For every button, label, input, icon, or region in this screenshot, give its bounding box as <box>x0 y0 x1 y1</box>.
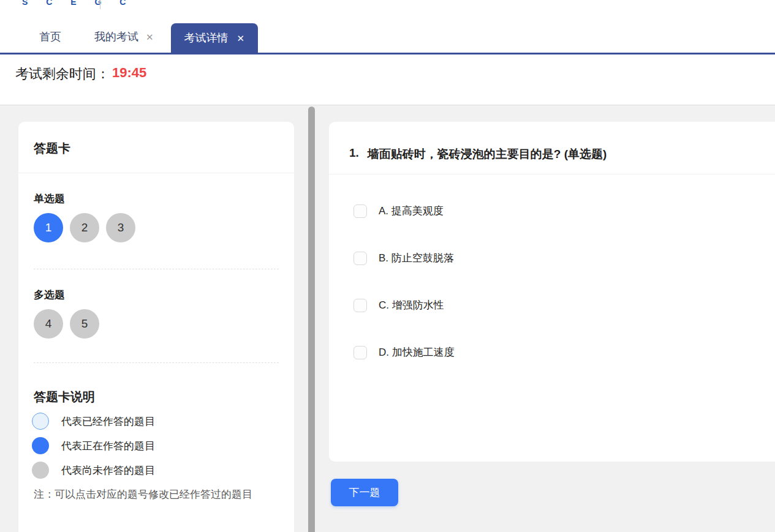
question-panel: 1. 墙面贴砖时，瓷砖浸泡的主要目的是? (单选题) A. 提高美观度 B. 防… <box>329 122 775 462</box>
tab-home-label: 首页 <box>39 29 61 44</box>
legend-note: 注：可以点击对应的题号修改已经作答过的题目 <box>34 486 279 503</box>
header: S C E G C 首页 我的考试 ✕ 考试详情 ✕ <box>0 0 775 54</box>
option-a-label: A. 提高美观度 <box>379 204 444 218</box>
logo-divider <box>100 0 100 9</box>
legend-label: 代表尚未作答的题目 <box>61 463 155 478</box>
tab-exam-detail-label: 考试详情 <box>184 31 229 45</box>
tab-home[interactable]: 首页 <box>39 29 61 53</box>
answer-card-panel: 答题卡 单选题 1 2 3 多选题 4 5 答题卡说明 代表已经作答的题目 代表… <box>18 122 294 532</box>
multi-choice-question-list: 4 5 <box>34 309 279 339</box>
option-c-label: C. 增强防水性 <box>379 298 444 312</box>
question-number-2[interactable]: 2 <box>70 213 99 242</box>
timer-label: 考试剩余时间： <box>15 65 110 83</box>
divider <box>18 173 294 173</box>
question-title: 1. 墙面贴砖时，瓷砖浸泡的主要目的是? (单选题) <box>329 122 775 162</box>
question-number-3[interactable]: 3 <box>106 213 135 242</box>
tab-my-exams-label: 我的考试 <box>94 29 138 44</box>
answered-state-icon <box>32 413 49 430</box>
legend-item-answered: 代表已经作答的题目 <box>34 413 279 430</box>
option-c[interactable]: C. 增强防水性 <box>353 298 775 312</box>
option-d-label: D. 加快施工速度 <box>379 345 455 359</box>
close-icon[interactable]: ✕ <box>146 32 154 42</box>
tab-bar: 首页 我的考试 ✕ 考试详情 ✕ <box>0 23 775 54</box>
tab-exam-detail[interactable]: 考试详情 ✕ <box>171 23 259 53</box>
timer-row: 考试剩余时间： 19:45 <box>0 54 775 105</box>
workspace: 答题卡 单选题 1 2 3 多选题 4 5 答题卡说明 代表已经作答的题目 代表… <box>0 105 775 532</box>
option-a[interactable]: A. 提高美观度 <box>353 204 775 218</box>
question-number: 1. <box>349 146 359 162</box>
question-number-1[interactable]: 1 <box>34 213 63 242</box>
brand-logo: S C E G C <box>22 0 134 7</box>
dashed-divider <box>34 362 279 363</box>
legend-label: 代表正在作答的题目 <box>61 439 155 453</box>
question-number-4[interactable]: 4 <box>34 309 63 339</box>
single-choice-question-list: 1 2 3 <box>34 213 279 242</box>
option-c-checkbox[interactable] <box>353 299 367 312</box>
timer-value: 19:45 <box>112 65 146 81</box>
option-a-checkbox[interactable] <box>353 204 367 218</box>
vertical-scrollbar[interactable] <box>308 107 315 532</box>
option-b[interactable]: B. 防止空鼓脱落 <box>353 251 775 265</box>
next-question-button[interactable]: 下一题 <box>331 479 398 506</box>
tab-my-exams[interactable]: 我的考试 ✕ <box>94 29 154 53</box>
options-list: A. 提高美观度 B. 防止空鼓脱落 C. 增强防水性 D. 加快施工速度 <box>329 174 775 359</box>
close-icon[interactable]: ✕ <box>237 34 245 43</box>
multi-choice-section-title: 多选题 <box>34 288 279 302</box>
option-d-checkbox[interactable] <box>353 346 367 359</box>
current-state-icon <box>32 437 49 454</box>
option-d[interactable]: D. 加快施工速度 <box>353 345 775 359</box>
legend-title: 答题卡说明 <box>34 389 279 405</box>
answer-card-title: 答题卡 <box>34 122 279 157</box>
option-b-label: B. 防止空鼓脱落 <box>379 251 454 265</box>
legend-item-unanswered: 代表尚未作答的题目 <box>34 462 279 479</box>
legend-label: 代表已经作答的题目 <box>61 414 155 429</box>
option-b-checkbox[interactable] <box>353 252 367 265</box>
legend-item-current: 代表正在作答的题目 <box>34 437 279 454</box>
unanswered-state-icon <box>32 462 49 479</box>
question-text: 墙面贴砖时，瓷砖浸泡的主要目的是? (单选题) <box>368 146 607 162</box>
question-number-5[interactable]: 5 <box>70 309 99 339</box>
single-choice-section-title: 单选题 <box>34 192 279 206</box>
dashed-divider <box>34 269 279 269</box>
